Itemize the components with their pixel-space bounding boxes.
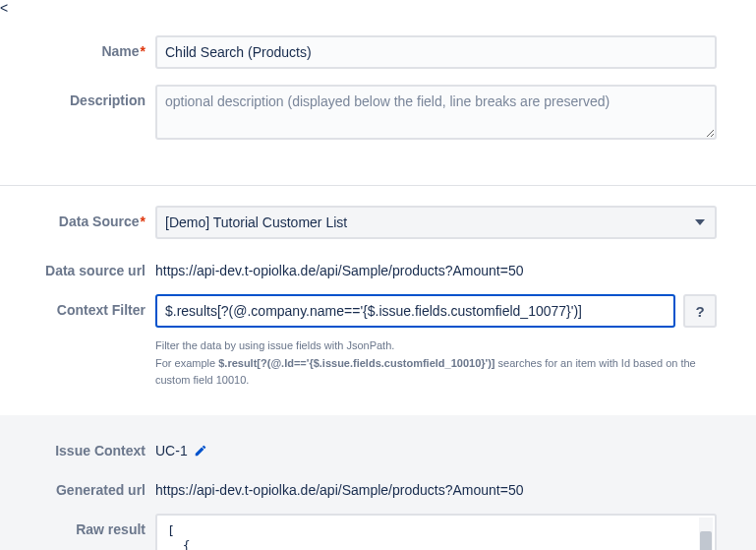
name-label: Name bbox=[39, 35, 155, 59]
raw-result-label: Raw result bbox=[39, 514, 155, 537]
scrollbar-thumb[interactable] bbox=[700, 531, 712, 550]
datasource-url-label: Data source url bbox=[39, 255, 155, 278]
context-filter-help-text: Filter the data by using issue fields wi… bbox=[155, 337, 717, 390]
scrollbar-track[interactable] bbox=[699, 518, 713, 550]
description-label: Description bbox=[39, 85, 155, 108]
context-filter-label: Context Filter bbox=[39, 294, 155, 318]
generated-url-value: https://api-dev.t-opiolka.de/api/Sample/… bbox=[155, 474, 717, 498]
generated-url-label: Generated url bbox=[39, 474, 155, 498]
edit-icon[interactable] bbox=[194, 444, 207, 458]
issue-context-label: Issue Context bbox=[39, 435, 155, 458]
datasource-label: Data Source bbox=[39, 206, 155, 229]
name-input[interactable] bbox=[155, 35, 717, 69]
issue-context-value: UC-1 bbox=[155, 443, 188, 458]
divider bbox=[0, 185, 756, 186]
datasource-select[interactable]: [Demo] Tutorial Customer List bbox=[155, 206, 717, 239]
description-textarea[interactable] bbox=[155, 85, 717, 140]
context-filter-help-button[interactable]: ? bbox=[683, 294, 717, 328]
raw-result-box[interactable]: [ { "id": 1, "name": "Intelligent Wooden… bbox=[155, 514, 717, 550]
datasource-url-value: https://api-dev.t-opiolka.de/api/Sample/… bbox=[155, 255, 717, 278]
context-filter-input[interactable] bbox=[155, 294, 675, 328]
